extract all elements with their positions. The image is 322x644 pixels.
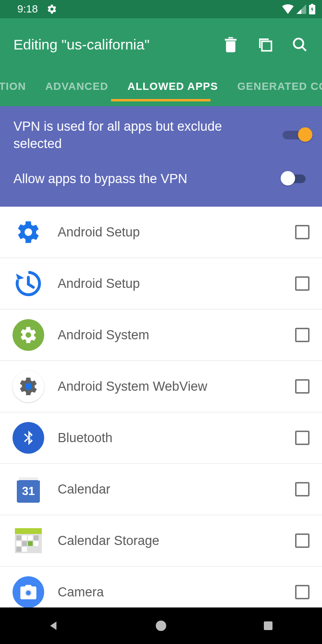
nav-back-button[interactable] xyxy=(35,614,73,638)
checkbox[interactable] xyxy=(295,328,310,342)
navigation-bar xyxy=(0,607,322,644)
svg-point-3 xyxy=(294,38,303,48)
svg-point-26 xyxy=(26,591,31,595)
setting-bypass-label: Allow apps to bypass the VPN xyxy=(13,170,273,187)
search-button[interactable] xyxy=(288,33,311,56)
svg-rect-17 xyxy=(34,541,38,546)
app-row-calendar-storage[interactable]: Calendar Storage xyxy=(0,515,322,567)
app-row-calendar[interactable]: 31 Calendar xyxy=(0,464,322,515)
tab-advanced[interactable]: ADVANCED xyxy=(36,71,118,101)
battery-charging-icon xyxy=(309,4,315,14)
restore-icon xyxy=(12,268,44,299)
tab-indicator xyxy=(111,99,211,101)
wifi-icon xyxy=(282,4,294,14)
checkbox[interactable] xyxy=(295,276,310,291)
signal-icon xyxy=(297,4,306,14)
app-name-label: Bluetooth xyxy=(58,431,295,446)
app-row-android-setup-2[interactable]: Android Setup xyxy=(0,258,322,310)
svg-rect-6 xyxy=(19,477,38,480)
app-name-label: Calendar Storage xyxy=(58,533,295,548)
svg-rect-8 xyxy=(15,528,42,534)
svg-rect-28 xyxy=(264,621,272,630)
app-name-label: Android Setup xyxy=(58,276,295,291)
svg-point-5 xyxy=(25,383,32,390)
status-bar: 9:18 xyxy=(0,0,322,18)
setting-bypass[interactable]: Allow apps to bypass the VPN xyxy=(13,161,310,196)
page-title: Editing "us-california" xyxy=(13,37,149,53)
checkbox[interactable] xyxy=(295,431,310,445)
app-list: Android Setup Android Setup Android Syst… xyxy=(0,207,322,607)
svg-rect-11 xyxy=(22,535,27,540)
checkbox[interactable] xyxy=(295,533,310,548)
app-row-webview[interactable]: Android System WebView xyxy=(0,361,322,412)
svg-rect-1 xyxy=(311,4,313,5)
svg-rect-12 xyxy=(28,535,33,540)
app-row-bluetooth[interactable]: Bluetooth xyxy=(0,412,322,464)
svg-rect-22 xyxy=(22,541,27,546)
android-system-icon xyxy=(12,319,44,351)
nav-home-button[interactable] xyxy=(142,614,180,638)
checkbox[interactable] xyxy=(295,225,310,239)
app-row-camera[interactable]: Camera xyxy=(0,567,322,607)
svg-rect-21 xyxy=(16,535,21,540)
svg-rect-2 xyxy=(262,41,272,51)
app-name-label: Android Setup xyxy=(58,225,295,240)
checkbox[interactable] xyxy=(295,482,310,496)
app-name-label: Camera xyxy=(58,585,295,600)
svg-point-27 xyxy=(156,620,166,631)
settings-panel: VPN is used for all apps but exclude sel… xyxy=(0,106,322,207)
copy-button[interactable] xyxy=(254,33,277,56)
checkbox[interactable] xyxy=(295,585,310,599)
svg-rect-20 xyxy=(28,541,33,546)
tab-bar: PTION ADVANCED ALLOWED APPS GENERATED CO… xyxy=(0,71,322,101)
svg-rect-14 xyxy=(16,541,21,546)
settings-status-icon xyxy=(47,4,57,14)
webview-icon xyxy=(12,371,44,402)
svg-rect-23 xyxy=(34,535,38,540)
nav-recents-button[interactable] xyxy=(249,614,287,638)
toggle-exclude-mode[interactable] xyxy=(283,127,310,143)
app-row-android-setup-1[interactable]: Android Setup xyxy=(0,207,322,258)
camera-icon xyxy=(12,576,44,607)
svg-rect-24 xyxy=(16,547,21,552)
checkbox[interactable] xyxy=(295,379,310,394)
app-name-label: Android System WebView xyxy=(58,379,295,394)
calendar-storage-icon xyxy=(12,525,44,557)
svg-line-4 xyxy=(302,47,306,51)
calendar-icon: 31 xyxy=(12,473,44,505)
svg-rect-19 xyxy=(22,547,27,552)
setting-exclude-label: VPN is used for all apps but exclude sel… xyxy=(13,118,273,153)
gear-icon xyxy=(12,216,44,248)
app-row-android-system[interactable]: Android System xyxy=(0,310,322,361)
bluetooth-icon xyxy=(12,422,44,454)
toggle-bypass[interactable] xyxy=(283,171,310,187)
app-name-label: Calendar xyxy=(58,482,295,497)
tab-generated-config[interactable]: GENERATED CONFIG xyxy=(228,71,322,101)
delete-button[interactable] xyxy=(219,33,242,56)
app-name-label: Android System xyxy=(58,328,295,343)
app-bar: Editing "us-california" PTION ADVANCED A… xyxy=(0,18,322,106)
svg-text:31: 31 xyxy=(22,484,35,497)
setting-exclude-mode[interactable]: VPN is used for all apps but exclude sel… xyxy=(13,109,310,161)
tab-option[interactable]: PTION xyxy=(0,71,36,101)
status-time: 9:18 xyxy=(17,3,38,15)
tab-allowed-apps[interactable]: ALLOWED APPS xyxy=(118,71,227,101)
